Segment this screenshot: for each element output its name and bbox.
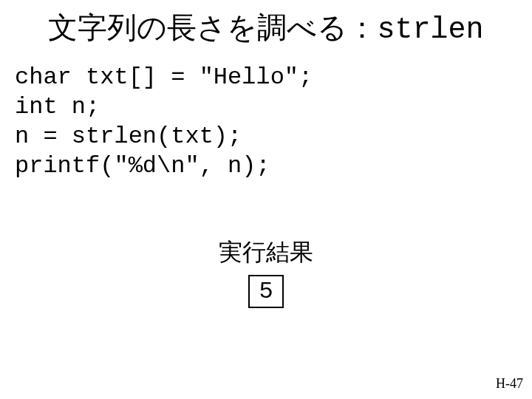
slide-title: 文字列の長さを調べる：strlen [0,0,532,48]
code-block: char txt[] = "Hello"; int n; n = strlen(… [15,63,532,181]
result-label: 実行結果 [0,236,532,269]
code-line-1: char txt[] = "Hello"; [15,64,313,91]
result-block: 実行結果 5 [0,236,532,308]
code-line-4: printf("%d\n", n); [15,152,270,180]
title-mono: strlen [377,13,483,47]
code-line-2: int n; [15,93,100,120]
code-line-3: n = strlen(txt); [15,123,242,150]
slide: 文字列の長さを調べる：strlen char txt[] = "Hello"; … [0,0,532,399]
page-number: H-47 [496,376,523,392]
title-jp: 文字列の長さを調べる： [48,11,377,44]
result-value: 5 [248,275,283,308]
